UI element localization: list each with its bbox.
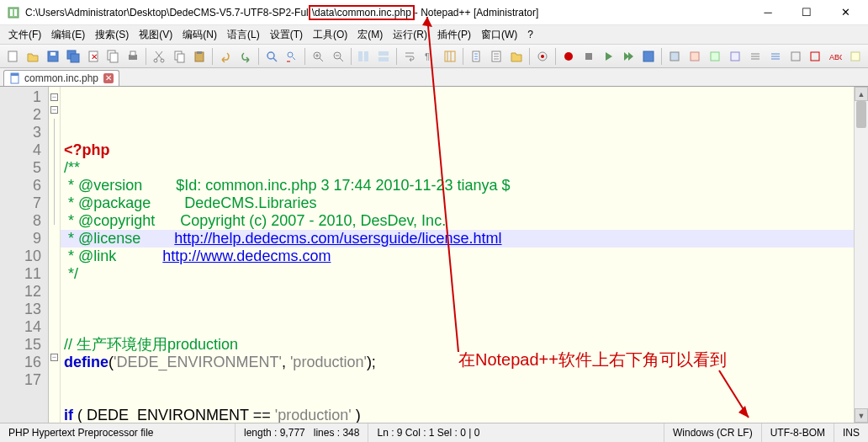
tool-extra-9-icon[interactable]: ABC <box>826 47 844 66</box>
code-line <box>64 371 854 389</box>
svg-rect-3 <box>8 51 17 61</box>
menu-search[interactable]: 搜索(S) <box>90 26 134 44</box>
fold-column: − − − <box>49 87 61 423</box>
tool-extra-2-icon[interactable] <box>685 47 704 66</box>
menu-edit[interactable]: 编辑(E) <box>46 26 90 44</box>
tab-label: common.inc.php <box>24 72 98 84</box>
tool-extra-4-icon[interactable] <box>726 47 744 66</box>
zoom-in-icon[interactable] <box>309 47 327 66</box>
vertical-scrollbar[interactable]: ▲ ▼ <box>854 87 868 423</box>
menu-settings[interactable]: 设置(T) <box>265 26 308 44</box>
code-line <box>64 389 854 407</box>
svg-rect-0 <box>8 8 19 18</box>
svg-rect-1 <box>10 9 13 16</box>
scroll-up-icon[interactable]: ▲ <box>855 87 868 101</box>
close-button[interactable]: ✕ <box>826 0 865 25</box>
maximize-button[interactable]: ☐ <box>787 0 826 25</box>
code-line <box>64 283 854 301</box>
toolbar: ✕ ¶ ABC <box>0 45 868 68</box>
status-mode[interactable]: INS <box>834 423 868 442</box>
tab-common-inc-php[interactable]: common.inc.php ✕ <box>3 70 119 86</box>
tool-extra-1-icon[interactable] <box>665 47 684 66</box>
play-multi-icon[interactable] <box>619 47 638 66</box>
menu-encoding[interactable]: 编码(N) <box>177 26 222 44</box>
code-line: define('DEDE_ENVIRONMENT', 'production')… <box>64 354 854 371</box>
code-line: if ( DEDE_ENVIRONMENT == 'production' ) <box>64 407 854 423</box>
menu-tools[interactable]: 工具(O) <box>308 26 352 44</box>
code-line <box>64 301 854 318</box>
svg-rect-2 <box>14 9 17 16</box>
tab-close-icon[interactable]: ✕ <box>103 73 114 83</box>
menu-help[interactable]: ? <box>522 27 538 42</box>
cut-icon[interactable] <box>150 47 168 66</box>
new-file-icon[interactable] <box>3 47 22 66</box>
tool-extra-3-icon[interactable] <box>706 47 724 66</box>
menu-window[interactable]: 窗口(W) <box>476 26 522 44</box>
svg-rect-35 <box>585 53 592 60</box>
menu-language[interactable]: 语言(L) <box>222 26 265 44</box>
replace-icon[interactable] <box>283 47 301 66</box>
wordwrap-icon[interactable] <box>400 47 419 66</box>
copy-icon[interactable] <box>170 47 188 66</box>
func-list-icon[interactable] <box>487 47 505 66</box>
svg-rect-37 <box>670 52 679 61</box>
stop-icon[interactable] <box>580 47 598 66</box>
tool-extra-10-icon[interactable] <box>846 47 865 66</box>
title-path-highlight: \data\common.inc.php <box>309 5 415 20</box>
svg-rect-46 <box>11 73 19 76</box>
save-macro-icon[interactable] <box>639 47 658 66</box>
play-icon[interactable] <box>599 47 617 66</box>
code-line: * @version $Id: common.inc.php 3 17:44 2… <box>64 177 854 194</box>
code-line: * @license http://help.dedecms.com/users… <box>64 230 854 248</box>
scroll-down-icon[interactable]: ▼ <box>855 408 868 423</box>
tool-extra-8-icon[interactable] <box>807 47 825 66</box>
code-area[interactable]: <?php/** * @version $Id: common.inc.php … <box>61 87 854 423</box>
menu-plugins[interactable]: 插件(P) <box>432 26 476 44</box>
paste-icon[interactable] <box>190 47 209 66</box>
fold-toggle-icon[interactable]: − <box>50 93 58 101</box>
code-line: * @package DedeCMS.Libraries <box>64 194 854 212</box>
sync-v-icon[interactable] <box>355 47 373 66</box>
menu-view[interactable]: 视图(V) <box>134 26 177 44</box>
menu-run[interactable]: 运行(R) <box>388 26 432 44</box>
open-file-icon[interactable] <box>24 47 42 66</box>
zoom-out-icon[interactable] <box>329 47 347 66</box>
svg-rect-26 <box>378 51 389 56</box>
show-all-icon[interactable]: ¶ <box>421 47 439 66</box>
close-all-icon[interactable] <box>104 47 123 66</box>
tool-extra-7-icon[interactable] <box>786 47 805 66</box>
save-all-icon[interactable] <box>64 47 82 66</box>
folder-panel-icon[interactable] <box>507 47 526 66</box>
scroll-thumb[interactable] <box>856 101 866 128</box>
save-icon[interactable] <box>44 47 62 66</box>
line-gutter: 1234567891011121314151617 <box>0 87 49 423</box>
tool-extra-5-icon[interactable] <box>746 47 765 66</box>
find-icon[interactable] <box>262 47 281 66</box>
minimize-button[interactable]: ─ <box>749 0 787 25</box>
tab-bar: common.inc.php ✕ <box>0 68 868 87</box>
fold-toggle-icon[interactable]: − <box>50 354 58 361</box>
svg-point-34 <box>564 52 573 61</box>
monitor-icon[interactable] <box>533 47 552 66</box>
menu-macro[interactable]: 宏(M) <box>352 26 388 44</box>
tool-extra-6-icon[interactable] <box>766 47 785 66</box>
doc-map-icon[interactable] <box>467 47 485 66</box>
code-line: /** <box>64 159 854 177</box>
svg-text:¶: ¶ <box>425 51 430 61</box>
sync-h-icon[interactable] <box>374 47 393 66</box>
title-suffix: - Notepad++ [Administrator] <box>415 7 538 19</box>
record-icon[interactable] <box>559 47 578 66</box>
menu-file[interactable]: 文件(F) <box>3 26 46 44</box>
indent-guide-icon[interactable] <box>441 47 459 66</box>
status-eol[interactable]: Windows (CR LF) <box>664 423 762 442</box>
close-file-icon[interactable]: ✕ <box>84 47 103 66</box>
print-icon[interactable] <box>124 47 142 66</box>
status-encoding[interactable]: UTF-8-BOM <box>762 423 834 442</box>
redo-icon[interactable] <box>236 47 255 66</box>
svg-text:ABC: ABC <box>829 53 842 61</box>
fold-toggle-icon[interactable]: − <box>50 106 58 114</box>
svg-point-20 <box>267 52 274 59</box>
undo-icon[interactable] <box>216 47 235 66</box>
code-line <box>64 318 854 336</box>
svg-rect-42 <box>811 52 819 61</box>
